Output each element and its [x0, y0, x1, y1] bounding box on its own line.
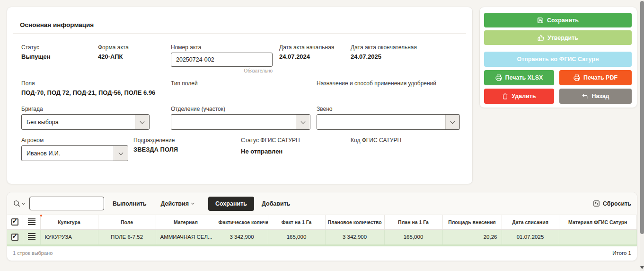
total-text: Итого 1	[612, 250, 631, 256]
cell-material[interactable]: АММИАЧНАЯ СЕЛ...	[156, 229, 216, 245]
actions-dropdown-label: Действия	[161, 200, 189, 207]
print-xlsx-button[interactable]: Печать XLSX	[484, 70, 554, 85]
cell-saturn-material[interactable]	[559, 229, 637, 245]
cell-actual-per-ha[interactable]: 165,000	[268, 229, 325, 245]
column-header-actual-qty[interactable]: Фактическое количество	[216, 215, 268, 229]
fields-list-label: Поля	[21, 80, 155, 87]
row-menu-cell[interactable]	[23, 229, 40, 245]
table-row: КУКУРУЗА ПОЛЕ 6-7.52 АММИАЧНАЯ СЕЛ... 3 …	[7, 229, 637, 245]
cell-field[interactable]: ПОЛЕ 6-7.52	[98, 229, 156, 245]
column-header-plan-qty[interactable]: Плановое количество	[325, 215, 384, 229]
table-save-button[interactable]: Сохранить	[208, 197, 254, 211]
reset-button[interactable]: Сбросить	[593, 200, 631, 207]
department-select-value	[171, 115, 296, 129]
act-number-input[interactable]	[171, 53, 273, 67]
thumbs-up-icon	[538, 35, 544, 41]
actions-dropdown[interactable]: Действия	[161, 200, 194, 207]
purpose-label: Назначение и способ применения удобрений	[317, 80, 436, 87]
delete-button[interactable]: Удалить	[484, 89, 554, 104]
cell-culture[interactable]: КУКУРУЗА	[40, 229, 98, 245]
send-saturn-button[interactable]: Отправить во ФГИС Сатурн	[484, 52, 632, 67]
cell-plan-qty[interactable]: 3 342,900	[325, 229, 384, 245]
printer-icon	[495, 74, 502, 81]
status-value: Выпущен	[21, 53, 51, 60]
act-number-label: Номер акта	[171, 44, 273, 51]
actions-panel: Сохранить Утвердить Отправить во ФГИС Са…	[479, 7, 637, 108]
add-row-button[interactable]: Добавить	[262, 200, 291, 207]
save-button-label: Сохранить	[547, 17, 579, 24]
unit-select[interactable]	[317, 114, 460, 130]
field-unit: Звено	[317, 106, 460, 130]
column-header-writeoff-date[interactable]: Дата списания	[502, 215, 559, 229]
column-header-field[interactable]: Поле	[98, 215, 156, 229]
back-button[interactable]: Назад	[559, 89, 632, 104]
magnifier-icon	[13, 199, 21, 208]
agronomist-label: Агроном	[21, 137, 128, 144]
field-brigade: Бригада Без выбора	[21, 106, 150, 130]
table-panel: Выполнить Действия Сохранить Добавить Сб…	[7, 192, 637, 261]
search-menu-button[interactable]	[13, 199, 25, 208]
field-subdivision: Подразделение ЗВЕЗДА ПОЛЯ	[133, 137, 178, 153]
column-header-saturn-material[interactable]: Материал ФГИС Сатурн	[559, 215, 637, 229]
column-header-area[interactable]: Площадь внесения	[442, 215, 502, 229]
print-pdf-button-label: Печать PDF	[583, 74, 618, 81]
select-all-header	[7, 215, 23, 229]
cell-plan-per-ha[interactable]: 165,000	[384, 229, 442, 245]
act-form-label: Форма акта	[98, 44, 129, 51]
select-all-checkbox[interactable]	[11, 218, 18, 226]
scroll-down-arrow-icon[interactable]	[640, 266, 644, 269]
approve-button-label: Утвердить	[547, 35, 578, 41]
delete-button-label: Удалить	[512, 93, 536, 99]
records-table: Культура Поле Материал Фактическое колич…	[7, 215, 637, 246]
date-end-value: 24.07.2025	[351, 53, 417, 60]
department-select[interactable]	[171, 114, 310, 130]
trash-icon	[502, 93, 508, 99]
scrollbar-thumb[interactable]	[640, 1, 644, 234]
field-type-label: Тип полей	[171, 80, 198, 87]
date-end-label: Дата акта окончательная	[351, 44, 417, 51]
date-start-label: Дата акта начальная	[279, 44, 334, 51]
field-purpose: Назначение и способ применения удобрений	[317, 80, 436, 89]
vertical-scrollbar[interactable]	[640, 0, 644, 271]
reset-button-label: Сбросить	[603, 200, 631, 207]
subdivision-value: ЗВЕЗДА ПОЛЯ	[133, 146, 178, 153]
chevron-down-icon	[22, 201, 25, 205]
unit-select-value	[317, 115, 445, 129]
chevron-down-icon	[296, 115, 310, 129]
approve-button[interactable]: Утвердить	[484, 30, 632, 45]
divider	[13, 33, 466, 34]
rows-selected-text: 1 строк выбрано	[13, 250, 53, 256]
cell-writeoff-date[interactable]: 01.07.2025	[502, 229, 559, 245]
field-agronomist: Агроном Иванов И.И.	[21, 137, 128, 161]
column-header-culture[interactable]: Культура	[40, 215, 98, 229]
reset-box-icon	[593, 200, 600, 207]
field-act-number: Номер акта Обязательно	[171, 44, 273, 73]
cell-area[interactable]: 20,26	[442, 229, 502, 245]
save-button[interactable]: Сохранить	[484, 13, 632, 27]
column-header-material[interactable]: Материал	[156, 215, 216, 229]
cell-actual-qty[interactable]: 3 342,900	[216, 229, 268, 245]
print-pdf-button[interactable]: Печать PDF	[559, 70, 632, 85]
department-label: Отделение (участок)	[171, 106, 310, 112]
column-header-plan-per-ha[interactable]: План на 1 Га	[384, 215, 442, 229]
back-button-label: Назад	[591, 93, 609, 99]
agronomist-select[interactable]: Иванов И.И.	[21, 145, 128, 161]
saturn-status-value: Не отправлен	[241, 148, 300, 155]
brigade-label: Бригада	[21, 106, 150, 112]
field-fields-list: Поля ПОД-70, ПОД 72, ПОД-21, ПОД-56, ПОЛ…	[21, 80, 155, 96]
fields-list-value: ПОД-70, ПОД 72, ПОД-21, ПОД-56, ПОЛЕ 6.9…	[21, 89, 155, 96]
search-input[interactable]	[29, 197, 104, 210]
brigade-select-value: Без выбора	[22, 115, 135, 129]
column-header-actual-per-ha[interactable]: Факт на 1 Га	[268, 215, 325, 229]
execute-button[interactable]: Выполнить	[113, 200, 147, 207]
field-act-form: Форма акта 420-АПК	[98, 44, 129, 60]
row-checkbox[interactable]	[11, 234, 18, 241]
floppy-disk-icon	[537, 17, 544, 24]
field-date-end: Дата акта окончательная 24.07.2025	[351, 44, 417, 60]
field-status: Статус Выпущен	[21, 44, 51, 60]
subdivision-label: Подразделение	[133, 137, 178, 144]
hamburger-menu-icon	[28, 233, 35, 240]
field-saturn-status: Статус ФГИС САТУРН Не отправлен	[241, 137, 300, 155]
brigade-select[interactable]: Без выбора	[21, 114, 150, 130]
status-label: Статус	[21, 44, 51, 51]
